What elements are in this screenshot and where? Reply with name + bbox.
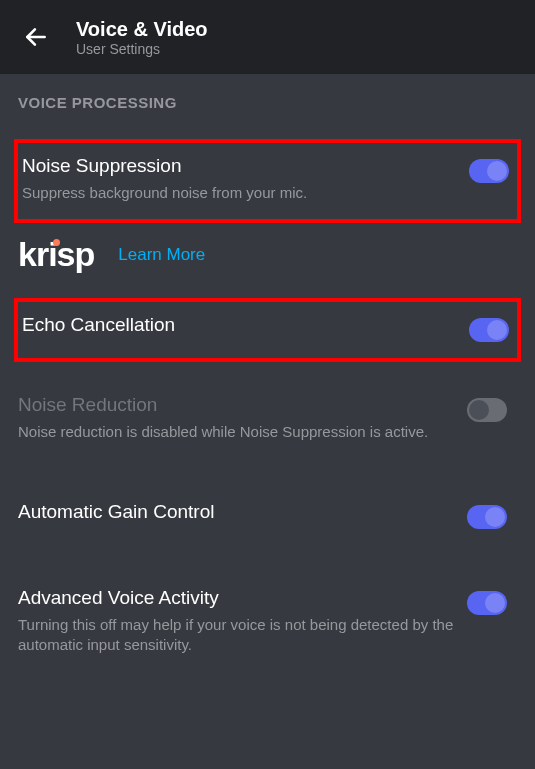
toggle-advanced-voice[interactable] xyxy=(467,591,507,615)
page-subtitle: User Settings xyxy=(76,41,208,57)
setting-text: Echo Cancellation xyxy=(22,314,469,342)
setting-title: Noise Suppression xyxy=(22,155,457,177)
setting-desc: Noise reduction is disabled while Noise … xyxy=(18,422,455,442)
setting-text: Noise Suppression Suppress background no… xyxy=(22,155,469,203)
setting-row-noise-reduction: Noise Reduction Noise reduction is disab… xyxy=(18,378,517,462)
learn-more-link[interactable]: Learn More xyxy=(118,245,205,265)
setting-title: Noise Reduction xyxy=(18,394,455,416)
setting-title: Echo Cancellation xyxy=(22,314,457,336)
highlight-noise-suppression: Noise Suppression Suppress background no… xyxy=(14,139,521,223)
setting-advanced-voice[interactable]: Advanced Voice Activity Turning this off… xyxy=(18,571,517,676)
setting-text: Advanced Voice Activity Turning this off… xyxy=(18,587,467,656)
setting-desc: Suppress background noise from your mic. xyxy=(22,183,457,203)
setting-text: Automatic Gain Control xyxy=(18,501,467,529)
krisp-row: krisp Learn More xyxy=(18,235,517,274)
setting-row-automatic-gain[interactable]: Automatic Gain Control xyxy=(18,485,517,549)
section-label-voice-processing: VOICE PROCESSING xyxy=(18,94,517,111)
header-text: Voice & Video User Settings xyxy=(76,17,208,57)
toggle-echo-cancellation[interactable] xyxy=(469,318,509,342)
setting-automatic-gain[interactable]: Automatic Gain Control xyxy=(18,485,517,549)
krisp-logo: krisp xyxy=(18,235,94,274)
setting-echo-cancellation[interactable]: Echo Cancellation xyxy=(18,314,509,342)
page-title: Voice & Video xyxy=(76,17,208,41)
header-bar: Voice & Video User Settings xyxy=(0,0,535,74)
setting-text: Noise Reduction Noise reduction is disab… xyxy=(18,394,467,442)
back-button[interactable] xyxy=(16,17,56,57)
setting-noise-suppression[interactable]: Noise Suppression Suppress background no… xyxy=(18,155,509,203)
setting-desc: Turning this off may help if your voice … xyxy=(18,615,455,656)
arrow-left-icon xyxy=(23,24,49,50)
setting-noise-reduction: Noise Reduction Noise reduction is disab… xyxy=(18,378,517,462)
toggle-noise-suppression[interactable] xyxy=(469,159,509,183)
highlight-echo-cancellation: Echo Cancellation xyxy=(14,298,521,362)
setting-row-advanced-voice[interactable]: Advanced Voice Activity Turning this off… xyxy=(18,571,517,676)
toggle-automatic-gain[interactable] xyxy=(467,505,507,529)
setting-title: Advanced Voice Activity xyxy=(18,587,455,609)
toggle-noise-reduction xyxy=(467,398,507,422)
setting-title: Automatic Gain Control xyxy=(18,501,455,523)
content-area: VOICE PROCESSING Noise Suppression Suppr… xyxy=(0,74,535,717)
